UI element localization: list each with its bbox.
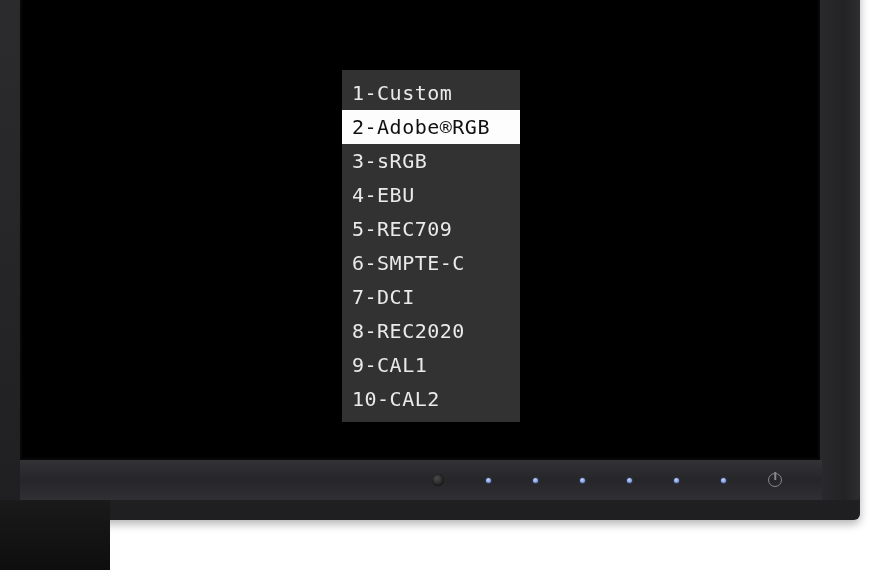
monitor-button-6[interactable] (721, 478, 726, 483)
osd-item-cal1[interactable]: 9-CAL1 (342, 348, 520, 382)
monitor-button-4[interactable] (627, 478, 632, 483)
osd-item-rec2020[interactable]: 8-REC2020 (342, 314, 520, 348)
monitor-button-5[interactable] (674, 478, 679, 483)
monitor-button-2[interactable] (533, 478, 538, 483)
bezel-bottom (20, 460, 822, 500)
osd-color-mode-menu[interactable]: 1-Custom 2-Adobe®RGB 3-sRGB 4-EBU 5-REC7… (342, 70, 520, 422)
osd-item-smptec[interactable]: 6-SMPTE-C (342, 246, 520, 280)
osd-item-adobergb[interactable]: 2-Adobe®RGB (342, 110, 520, 144)
monitor-button-3[interactable] (580, 478, 585, 483)
osd-item-dci[interactable]: 7-DCI (342, 280, 520, 314)
osd-item-rec709[interactable]: 5-REC709 (342, 212, 520, 246)
osd-item-srgb[interactable]: 3-sRGB (342, 144, 520, 178)
power-icon[interactable] (768, 473, 782, 487)
bezel-right (820, 0, 860, 500)
ambient-sensor-icon (432, 474, 444, 486)
monitor-stand (0, 500, 110, 570)
screen: 1-Custom 2-Adobe®RGB 3-sRGB 4-EBU 5-REC7… (20, 0, 820, 460)
osd-item-cal2[interactable]: 10-CAL2 (342, 382, 520, 416)
osd-item-custom[interactable]: 1-Custom (342, 76, 520, 110)
osd-item-ebu[interactable]: 4-EBU (342, 178, 520, 212)
monitor: 1-Custom 2-Adobe®RGB 3-sRGB 4-EBU 5-REC7… (0, 0, 879, 570)
monitor-button-1[interactable] (486, 478, 491, 483)
